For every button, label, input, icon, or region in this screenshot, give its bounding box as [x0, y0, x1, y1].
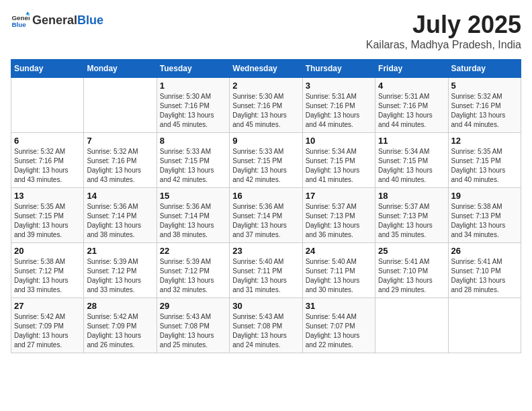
calendar-cell: 15Sunrise: 5:36 AM Sunset: 7:14 PM Dayli…: [157, 188, 229, 243]
calendar-cell: 23Sunrise: 5:40 AM Sunset: 7:11 PM Dayli…: [230, 243, 302, 298]
day-number: 30: [232, 301, 299, 311]
day-number: 7: [87, 136, 153, 146]
day-info: Sunrise: 5:31 AM Sunset: 7:16 PM Dayligh…: [378, 92, 445, 130]
calendar-cell: 22Sunrise: 5:39 AM Sunset: 7:12 PM Dayli…: [157, 243, 229, 298]
day-info: Sunrise: 5:40 AM Sunset: 7:11 PM Dayligh…: [306, 257, 372, 295]
day-info: Sunrise: 5:33 AM Sunset: 7:15 PM Dayligh…: [232, 147, 299, 185]
day-number: 3: [306, 81, 372, 91]
calendar-cell: 3Sunrise: 5:31 AM Sunset: 7:16 PM Daylig…: [302, 78, 375, 133]
calendar-cell: 12Sunrise: 5:35 AM Sunset: 7:15 PM Dayli…: [448, 133, 521, 188]
day-number: 5: [451, 81, 518, 91]
day-info: Sunrise: 5:37 AM Sunset: 7:13 PM Dayligh…: [378, 202, 445, 240]
location-subtitle: Kailaras, Madhya Pradesh, India: [366, 39, 521, 51]
calendar-cell: 5Sunrise: 5:32 AM Sunset: 7:16 PM Daylig…: [448, 78, 521, 133]
day-number: 20: [14, 246, 81, 256]
logo-icon: General Blue: [11, 11, 30, 30]
weekday-header-thursday: Thursday: [302, 60, 375, 78]
calendar-week-row: 20Sunrise: 5:38 AM Sunset: 7:12 PM Dayli…: [11, 243, 521, 298]
day-info: Sunrise: 5:43 AM Sunset: 7:08 PM Dayligh…: [160, 312, 226, 350]
day-number: 21: [87, 246, 153, 256]
day-number: 17: [306, 191, 372, 201]
day-number: 22: [160, 246, 226, 256]
calendar-cell: 7Sunrise: 5:32 AM Sunset: 7:16 PM Daylig…: [84, 133, 157, 188]
calendar-cell: 9Sunrise: 5:33 AM Sunset: 7:15 PM Daylig…: [230, 133, 302, 188]
calendar-cell: 2Sunrise: 5:30 AM Sunset: 7:16 PM Daylig…: [230, 78, 302, 133]
day-number: 9: [232, 136, 299, 146]
day-number: 13: [14, 191, 81, 201]
calendar-cell: 4Sunrise: 5:31 AM Sunset: 7:16 PM Daylig…: [375, 78, 448, 133]
calendar-cell: 19Sunrise: 5:38 AM Sunset: 7:13 PM Dayli…: [448, 188, 521, 243]
day-number: 4: [378, 81, 445, 91]
calendar-cell: 27Sunrise: 5:42 AM Sunset: 7:09 PM Dayli…: [11, 298, 84, 353]
month-year-title: July 2025: [366, 11, 521, 39]
calendar-cell: [84, 78, 157, 133]
day-number: 31: [306, 301, 372, 311]
calendar-cell: 30Sunrise: 5:43 AM Sunset: 7:08 PM Dayli…: [230, 298, 302, 353]
day-info: Sunrise: 5:36 AM Sunset: 7:14 PM Dayligh…: [160, 202, 226, 240]
day-number: 28: [87, 301, 153, 311]
svg-text:Blue: Blue: [11, 21, 26, 28]
day-info: Sunrise: 5:35 AM Sunset: 7:15 PM Dayligh…: [14, 202, 81, 240]
day-info: Sunrise: 5:30 AM Sunset: 7:16 PM Dayligh…: [232, 92, 299, 130]
weekday-header-row: SundayMondayTuesdayWednesdayThursdayFrid…: [11, 60, 521, 78]
calendar-cell: 18Sunrise: 5:37 AM Sunset: 7:13 PM Dayli…: [375, 188, 448, 243]
calendar-cell: 29Sunrise: 5:43 AM Sunset: 7:08 PM Dayli…: [157, 298, 229, 353]
calendar-cell: 14Sunrise: 5:36 AM Sunset: 7:14 PM Dayli…: [84, 188, 157, 243]
calendar-week-row: 27Sunrise: 5:42 AM Sunset: 7:09 PM Dayli…: [11, 298, 521, 353]
calendar-cell: 11Sunrise: 5:34 AM Sunset: 7:15 PM Dayli…: [375, 133, 448, 188]
logo: General Blue General Blue: [11, 11, 103, 30]
day-info: Sunrise: 5:33 AM Sunset: 7:15 PM Dayligh…: [160, 147, 226, 185]
day-number: 2: [232, 81, 299, 91]
weekday-header-friday: Friday: [375, 60, 448, 78]
day-info: Sunrise: 5:40 AM Sunset: 7:11 PM Dayligh…: [232, 257, 299, 295]
day-info: Sunrise: 5:30 AM Sunset: 7:16 PM Dayligh…: [160, 92, 226, 130]
day-info: Sunrise: 5:42 AM Sunset: 7:09 PM Dayligh…: [14, 312, 81, 350]
day-info: Sunrise: 5:35 AM Sunset: 7:15 PM Dayligh…: [451, 147, 518, 185]
day-info: Sunrise: 5:41 AM Sunset: 7:10 PM Dayligh…: [451, 257, 518, 295]
calendar-table: SundayMondayTuesdayWednesdayThursdayFrid…: [11, 59, 521, 353]
weekday-header-wednesday: Wednesday: [230, 60, 302, 78]
day-number: 23: [232, 246, 299, 256]
calendar-cell: 10Sunrise: 5:34 AM Sunset: 7:15 PM Dayli…: [302, 133, 375, 188]
logo-general-text: General: [32, 13, 77, 28]
day-info: Sunrise: 5:36 AM Sunset: 7:14 PM Dayligh…: [87, 202, 153, 240]
day-info: Sunrise: 5:42 AM Sunset: 7:09 PM Dayligh…: [87, 312, 153, 350]
day-number: 14: [87, 191, 153, 201]
day-number: 16: [232, 191, 299, 201]
day-number: 1: [160, 81, 226, 91]
day-info: Sunrise: 5:38 AM Sunset: 7:12 PM Dayligh…: [14, 257, 81, 295]
day-number: 19: [451, 191, 518, 201]
day-number: 6: [14, 136, 81, 146]
calendar-cell: [448, 298, 521, 353]
day-number: 15: [160, 191, 226, 201]
day-info: Sunrise: 5:39 AM Sunset: 7:12 PM Dayligh…: [160, 257, 226, 295]
day-number: 24: [306, 246, 372, 256]
calendar-cell: 26Sunrise: 5:41 AM Sunset: 7:10 PM Dayli…: [448, 243, 521, 298]
day-info: Sunrise: 5:32 AM Sunset: 7:16 PM Dayligh…: [451, 92, 518, 130]
calendar-cell: 21Sunrise: 5:39 AM Sunset: 7:12 PM Dayli…: [84, 243, 157, 298]
day-info: Sunrise: 5:37 AM Sunset: 7:13 PM Dayligh…: [306, 202, 372, 240]
day-info: Sunrise: 5:34 AM Sunset: 7:15 PM Dayligh…: [306, 147, 372, 185]
title-block: July 2025 Kailaras, Madhya Pradesh, Indi…: [366, 11, 521, 51]
day-number: 12: [451, 136, 518, 146]
day-number: 8: [160, 136, 226, 146]
day-number: 25: [378, 246, 445, 256]
day-number: 26: [451, 246, 518, 256]
weekday-header-monday: Monday: [84, 60, 157, 78]
calendar-cell: 8Sunrise: 5:33 AM Sunset: 7:15 PM Daylig…: [157, 133, 229, 188]
logo-blue-text: Blue: [77, 13, 103, 28]
calendar-cell: 31Sunrise: 5:44 AM Sunset: 7:07 PM Dayli…: [302, 298, 375, 353]
weekday-header-tuesday: Tuesday: [157, 60, 229, 78]
day-info: Sunrise: 5:32 AM Sunset: 7:16 PM Dayligh…: [14, 147, 81, 185]
weekday-header-saturday: Saturday: [448, 60, 521, 78]
day-info: Sunrise: 5:32 AM Sunset: 7:16 PM Dayligh…: [87, 147, 153, 185]
page-header: General Blue General Blue July 2025 Kail…: [11, 11, 521, 51]
calendar-week-row: 6Sunrise: 5:32 AM Sunset: 7:16 PM Daylig…: [11, 133, 521, 188]
calendar-cell: 13Sunrise: 5:35 AM Sunset: 7:15 PM Dayli…: [11, 188, 84, 243]
calendar-cell: 24Sunrise: 5:40 AM Sunset: 7:11 PM Dayli…: [302, 243, 375, 298]
day-info: Sunrise: 5:31 AM Sunset: 7:16 PM Dayligh…: [306, 92, 372, 130]
calendar-cell: 28Sunrise: 5:42 AM Sunset: 7:09 PM Dayli…: [84, 298, 157, 353]
day-number: 10: [306, 136, 372, 146]
calendar-cell: 1Sunrise: 5:30 AM Sunset: 7:16 PM Daylig…: [157, 78, 229, 133]
calendar-week-row: 13Sunrise: 5:35 AM Sunset: 7:15 PM Dayli…: [11, 188, 521, 243]
